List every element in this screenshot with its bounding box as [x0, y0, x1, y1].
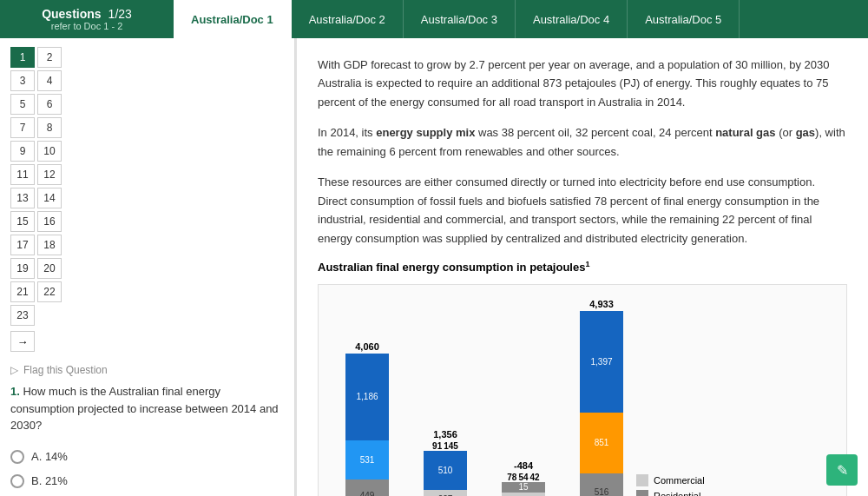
- q-num-7[interactable]: 7: [10, 117, 35, 138]
- bar-seg-1-1: 227: [424, 490, 467, 496]
- chart-container: 4,0601,1865314493161,35691145510227384-4…: [318, 284, 847, 496]
- q-num-14[interactable]: 14: [37, 188, 62, 208]
- tab-doc1[interactable]: Australia/Doc 1: [174, 0, 292, 38]
- flag-label: Flag this Question: [23, 364, 108, 376]
- bar-stack-2: -48478544215284: [497, 460, 549, 496]
- chart-sup: 1: [585, 260, 589, 268]
- legend-swatch-0: [636, 474, 648, 486]
- q-num-12[interactable]: 12: [37, 164, 62, 185]
- q-num-20[interactable]: 20: [37, 258, 62, 279]
- legend-swatch-1: [636, 490, 648, 496]
- q-num-17[interactable]: 17: [10, 235, 35, 255]
- left-panel: 1234567891011121314151617181920212223→ ▷…: [0, 38, 295, 496]
- q-num-5[interactable]: 5: [10, 94, 35, 115]
- main-layout: 1234567891011121314151617181920212223→ ▷…: [0, 38, 868, 496]
- q-num-15[interactable]: 15: [10, 211, 35, 232]
- bar-seg-0-1: 531: [345, 440, 389, 479]
- bar-seg-0-0: 1,186: [345, 354, 389, 440]
- q-num-11[interactable]: 11: [10, 164, 35, 185]
- bar-top-label-2: -484: [514, 460, 533, 471]
- chart-title-text: Australian final energy consumption in p…: [318, 261, 585, 274]
- option-B[interactable]: B. 21%: [10, 469, 284, 493]
- bar-seg-1-0: 510: [424, 451, 467, 490]
- bold-supply-mix: energy supply mix: [376, 126, 475, 139]
- bold-gas: gas: [796, 126, 815, 139]
- bar-seg-2-0: 15: [502, 482, 545, 493]
- tab-doc5[interactable]: Australia/Doc 5: [628, 0, 740, 38]
- questions-subtitle: refer to Doc 1 - 2: [51, 21, 123, 31]
- chart-row: 4,0601,1865314493161,35691145510227384-4…: [332, 299, 832, 496]
- bar-top-label-1: 1,356: [433, 429, 457, 440]
- bar-stack-0: 4,0601,186531449316: [341, 341, 393, 496]
- q-num-1[interactable]: 1: [10, 47, 35, 68]
- bold-natural-gas: natural gas: [715, 126, 775, 139]
- flag-icon: ▷: [10, 364, 18, 376]
- q-num-4[interactable]: 4: [37, 70, 62, 91]
- questions-header: Questions 1/23 refer to Doc 1 - 2: [0, 0, 174, 38]
- legend-item-1: Residential: [636, 490, 749, 496]
- bar-seg-3-0: 1,397: [580, 311, 623, 413]
- para1: With GDP forecast to grow by 2.7 percent…: [318, 56, 847, 111]
- q-num-3[interactable]: 3: [10, 70, 35, 91]
- q-num-8[interactable]: 8: [37, 117, 62, 138]
- question-section: 1. How much is the Australian final ener…: [0, 380, 294, 441]
- questions-title: Questions: [42, 7, 101, 21]
- bar-stack-3: 4,9331,397851516364: [575, 299, 628, 496]
- tabs-area: Australia/Doc 1 Australia/Doc 2 Australi…: [174, 0, 868, 38]
- radio-A[interactable]: [10, 450, 24, 464]
- option-label-B: B. 21%: [31, 474, 68, 487]
- tab-doc4[interactable]: Australia/Doc 4: [516, 0, 628, 38]
- para2: In 2014, its energy supply mix was 38 pe…: [318, 123, 847, 161]
- question-number: 1.: [10, 385, 20, 398]
- bar-seg-2-1: 284: [502, 493, 545, 496]
- legend-label-1: Residential: [654, 491, 700, 496]
- radio-B[interactable]: [10, 474, 24, 488]
- nav-next-button[interactable]: →: [10, 331, 35, 352]
- q-num-21[interactable]: 21: [10, 281, 35, 302]
- questions-count: 1/23: [108, 7, 132, 21]
- q-num-13[interactable]: 13: [10, 188, 35, 208]
- q-num-16[interactable]: 16: [37, 211, 62, 232]
- option-A[interactable]: A. 14%: [10, 445, 284, 469]
- bar-seg-0-2: 449: [345, 479, 389, 496]
- bar-seg-3-1: 851: [580, 413, 623, 473]
- q-num-23[interactable]: 23: [10, 305, 35, 326]
- bar-top-label-0: 4,060: [355, 341, 379, 352]
- para3: These resources are either consumed dire…: [318, 173, 847, 248]
- q-num-22[interactable]: 22: [37, 281, 62, 302]
- flag-question[interactable]: ▷ Flag this Question: [0, 357, 294, 380]
- question-text: 1. How much is the Australian final ener…: [10, 383, 284, 434]
- q-num-2[interactable]: 2: [37, 47, 62, 68]
- question-body: How much is the Australian final energy …: [10, 385, 279, 432]
- q-num-10[interactable]: 10: [37, 141, 62, 162]
- option-label-A: A. 14%: [31, 450, 68, 463]
- bar-stack-1: 1,35691145510227384: [419, 429, 471, 496]
- q-num-19[interactable]: 19: [10, 258, 35, 279]
- q-num-18[interactable]: 18: [37, 235, 62, 255]
- header: Questions 1/23 refer to Doc 1 - 2 Austra…: [0, 0, 868, 38]
- tab-doc2[interactable]: Australia/Doc 2: [292, 0, 404, 38]
- q-num-6[interactable]: 6: [37, 94, 62, 115]
- tab-doc3[interactable]: Australia/Doc 3: [404, 0, 516, 38]
- chart-legend: CommercialResidentialMining and oil and …: [636, 474, 749, 496]
- legend-item-0: Commercial: [636, 474, 749, 486]
- q-num-9[interactable]: 9: [10, 141, 35, 162]
- option-C[interactable]: C. 30%: [10, 493, 284, 497]
- edit-fab[interactable]: ✎: [826, 454, 858, 486]
- chart-bars: 4,0601,1865314493161,35691145510227384-4…: [332, 299, 628, 496]
- bar-top-label-3: 4,933: [589, 299, 614, 309]
- right-panel: With GDP forecast to grow by 2.7 percent…: [295, 38, 868, 496]
- legend-label-0: Commercial: [654, 475, 705, 486]
- edit-icon: ✎: [837, 462, 848, 479]
- options-section: A. 14%B. 21%C. 30%D. 35%: [0, 441, 294, 497]
- question-numbers-grid: 1234567891011121314151617181920212223: [0, 38, 294, 326]
- bar-seg-3-2: 516: [580, 473, 623, 496]
- chart-title: Australian final energy consumption in p…: [318, 260, 847, 274]
